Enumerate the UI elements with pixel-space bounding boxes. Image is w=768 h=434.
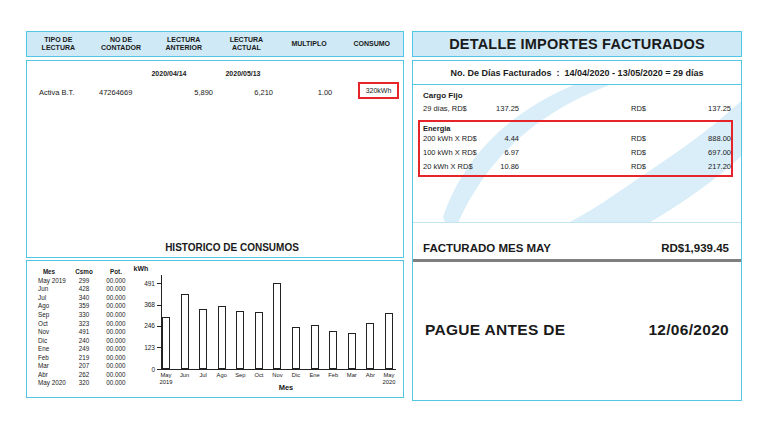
no-contador-value: 47264669 — [99, 88, 132, 97]
chart-bar — [348, 333, 356, 369]
chart-bar — [181, 294, 189, 369]
chart-y-tick-label: 246 — [127, 322, 155, 329]
history-table-row: Nov49100.000 — [29, 327, 135, 336]
history-table-cell: Ago — [29, 302, 69, 309]
history-table-cell: 00.000 — [99, 354, 133, 361]
history-table-row: May 201929900.000 — [29, 276, 135, 285]
energia-row-amount: 697.00 — [651, 148, 731, 157]
history-table-cell: 330 — [69, 311, 99, 318]
history-table-row: Feb21900.000 — [29, 353, 135, 362]
history-table-cell: 340 — [69, 294, 99, 301]
history-table-cell: 219 — [69, 354, 99, 361]
history-table-cell: Feb — [29, 354, 69, 361]
history-table-row: Dic24000.000 — [29, 336, 135, 345]
chart-bar — [366, 323, 374, 369]
history-table-cell: Ene — [29, 345, 69, 352]
history-table-cell: Nov — [29, 328, 69, 335]
energia-row-currency: RD$ — [631, 162, 646, 171]
history-table-cell: 00.000 — [99, 294, 133, 301]
lectura-anterior-value: 5,890 — [153, 88, 213, 97]
pague-label: PAGUE ANTES DE — [425, 321, 565, 339]
history-table-cell: Mar — [29, 362, 69, 369]
history-table-cell: 428 — [69, 285, 99, 292]
dias-facturados-label: No. De Días Facturados — [451, 68, 552, 78]
chart-bar — [218, 306, 226, 369]
cargo-fijo-rate: 137.25 — [473, 104, 519, 113]
chart-bar — [162, 317, 170, 369]
chart-bar — [329, 331, 337, 369]
meter-header-col: TIPO DELECTURA — [27, 32, 90, 56]
chart-y-tick-label: 123 — [127, 344, 155, 351]
facturado-label: FACTURADO MES MAY — [423, 242, 551, 254]
detalle-body: Cargo Fijo 29 días, RD$ 137.25 RD$ 137.2… — [413, 85, 741, 223]
pague-antes-de-row: PAGUE ANTES DE 12/06/2020 — [413, 262, 741, 401]
history-table-cell: Sep — [29, 311, 69, 318]
fecha-lectura-anterior: 2020/04/14 — [139, 70, 199, 77]
history-table-row: Jul34000.000 — [29, 293, 135, 302]
energia-row: 100 kWh X RD$6.97RD$697.00 — [413, 148, 741, 158]
chart-bar — [255, 312, 263, 369]
cargo-fijo-row: 29 días, RD$ 137.25 RD$ 137.25 — [413, 104, 741, 114]
chart-y-tick-mark — [157, 347, 161, 348]
history-table-cell: 240 — [69, 337, 99, 344]
chart-bar — [292, 327, 300, 369]
lectura-actual-value: 6,210 — [213, 88, 273, 97]
meter-header-col: NO DECONTADOR — [90, 32, 153, 56]
history-table-row: Ene24900.000 — [29, 344, 135, 353]
chart-x-axis-line — [161, 369, 396, 370]
chart-y-axis-label: kWh — [127, 265, 155, 272]
chart-y-tick-mark — [157, 283, 161, 284]
detalle-title-text: DETALLE IMPORTES FACTURADOS — [449, 36, 705, 52]
chart-x-tick-label: May2020 — [374, 372, 404, 385]
energia-row-label: 20 kWh X RD$ — [423, 162, 473, 171]
historico-panel: MesCsmoPot.May 201929900.000Jun42800.000… — [26, 260, 404, 398]
chart-y-tick-mark — [157, 369, 161, 370]
energia-row-rate: 6.97 — [473, 148, 519, 157]
tipo-lectura-value: Activa B.T. — [39, 88, 74, 97]
cargo-fijo-currency: RD$ — [631, 104, 646, 113]
chart-y-tick-mark — [157, 305, 161, 306]
detalle-title: DETALLE IMPORTES FACTURADOS — [412, 31, 742, 57]
history-table-row: Mar20700.000 — [29, 361, 135, 370]
chart-bar — [199, 309, 207, 369]
history-table-row: Ago35900.000 — [29, 302, 135, 311]
energia-heading: Energia — [423, 124, 451, 133]
chart-y-tick-label: 491 — [127, 280, 155, 287]
history-table-cell: 00.000 — [99, 311, 133, 318]
dias-facturados-separator: : — [557, 68, 560, 78]
history-table-row: Sep33000.000 — [29, 310, 135, 319]
facturado-row: FACTURADO MES MAY RD$1,939.45 — [413, 223, 741, 259]
history-table-cell: 207 — [69, 362, 99, 369]
history-table-cell: May 2020 — [29, 379, 69, 386]
history-table-cell: 359 — [69, 302, 99, 309]
energia-row-rate: 10.86 — [473, 162, 519, 171]
history-table-cell: Abr — [29, 371, 69, 378]
chart-x-axis-label: Mes — [251, 383, 321, 392]
history-table-cell: 262 — [69, 371, 99, 378]
pague-date: 12/06/2020 — [648, 321, 729, 339]
history-table-cell: 320 — [69, 379, 99, 386]
energia-row: 200 kWh X RD$4.44RD$888.00 — [413, 134, 741, 144]
energia-row-rate: 4.44 — [473, 134, 519, 143]
chart-bar — [311, 325, 319, 369]
consumo-highlight-box: 320kWh — [358, 82, 399, 99]
energia-row-currency: RD$ — [631, 134, 646, 143]
history-table-header-cell: Csmo — [69, 268, 99, 275]
history-table-cell: 00.000 — [99, 379, 133, 386]
historico-title: HISTORICO DE CONSUMOS — [142, 242, 322, 253]
meter-header-col: LECTURAANTERIOR — [152, 32, 215, 56]
history-table-cell: May 2019 — [29, 277, 69, 284]
history-table-cell: 00.000 — [99, 337, 133, 344]
history-table-row: Abr26200.000 — [29, 370, 135, 379]
dias-facturados-row: No. De Días Facturados : 14/04/2020 - 13… — [413, 61, 741, 85]
history-table-row: Oct32300.000 — [29, 319, 135, 328]
meter-header-col: LECTURAACTUAL — [215, 32, 278, 56]
dias-facturados-value: 14/04/2020 - 13/05/2020 = 29 días — [565, 68, 704, 78]
facturado-amount: RD$1,939.45 — [661, 242, 729, 254]
chart-bar — [236, 311, 244, 369]
history-table-cell: Oct — [29, 320, 69, 327]
fecha-lectura-actual: 2020/05/13 — [213, 70, 273, 77]
history-table-row: May 202032000.000 — [29, 379, 135, 388]
meter-readings-panel: 2020/04/14 2020/05/13 Activa B.T. 472646… — [26, 60, 404, 258]
energia-row-label: 200 kWh X RD$ — [423, 134, 477, 143]
